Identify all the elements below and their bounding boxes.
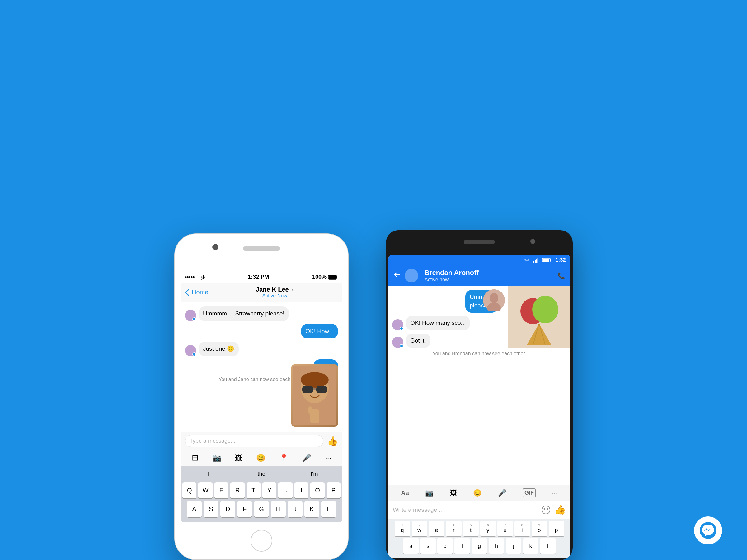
android-key-d[interactable]: d bbox=[437, 538, 453, 554]
android-online-dot-2 bbox=[400, 344, 403, 348]
ios-mic-icon[interactable]: 🎤 bbox=[302, 454, 311, 462]
android-toolbar: Aa 📷 🖼 😊 🎤 GIF ··· bbox=[388, 485, 570, 501]
android-key-s[interactable]: s bbox=[420, 538, 436, 554]
suggestion-the[interactable]: the bbox=[235, 468, 288, 480]
key-F[interactable]: F bbox=[237, 501, 252, 517]
android-key-r[interactable]: 4r bbox=[446, 521, 462, 536]
key-S[interactable]: S bbox=[204, 501, 218, 517]
ios-camera-icon[interactable]: 📷 bbox=[212, 454, 222, 462]
android-thumbs-up[interactable]: 👍 bbox=[554, 504, 566, 516]
android-message-2: OK! How many sco... bbox=[406, 316, 470, 330]
android-key-y[interactable]: 6y bbox=[480, 521, 496, 536]
svg-point-31 bbox=[542, 506, 550, 514]
android-chat-bubble-1: Ummm...please! bbox=[392, 290, 498, 313]
key-U[interactable]: U bbox=[278, 482, 292, 499]
avatar-jane-2 bbox=[185, 345, 196, 356]
android-input-actions: 👍 bbox=[540, 504, 566, 516]
android-key-a[interactable]: a bbox=[403, 538, 419, 554]
android-battery-icon bbox=[542, 258, 552, 263]
android-key-h[interactable]: h bbox=[489, 538, 504, 554]
android-key-k[interactable]: k bbox=[523, 538, 538, 554]
android-text-icon[interactable]: Aa bbox=[401, 489, 409, 497]
ios-nav-bar: Home Jane K Lee › Active Now bbox=[181, 283, 342, 302]
svg-rect-14 bbox=[535, 260, 536, 263]
android-key-j[interactable]: j bbox=[506, 538, 521, 554]
iphone-home-button[interactable] bbox=[251, 530, 272, 552]
android-screen: 1:32 Brendan Aronoff Active now 📞 bbox=[388, 255, 570, 558]
ios-contact-name: Jane K Lee › bbox=[211, 286, 338, 293]
android-more-icon[interactable]: ··· bbox=[552, 489, 558, 497]
android-speaker bbox=[464, 240, 495, 244]
android-input-field[interactable]: Write a message... bbox=[393, 506, 536, 513]
android-online-dot bbox=[400, 327, 403, 330]
key-Y[interactable]: Y bbox=[262, 482, 276, 499]
android-call-icon[interactable]: 📞 bbox=[558, 272, 565, 279]
svg-point-22 bbox=[532, 296, 558, 323]
svg-rect-18 bbox=[550, 259, 551, 261]
ios-input-field[interactable]: Type a message... bbox=[185, 435, 324, 447]
key-K[interactable]: K bbox=[304, 501, 319, 517]
ios-battery: 100% bbox=[312, 274, 338, 280]
message-text-2: OK! How... bbox=[301, 324, 338, 339]
ios-video-person bbox=[291, 364, 338, 427]
iphone-bottom bbox=[175, 522, 348, 559]
android-key-o[interactable]: 9o bbox=[532, 521, 547, 536]
ios-contact-status: Active Now bbox=[211, 293, 338, 299]
key-O[interactable]: O bbox=[310, 482, 324, 499]
key-D[interactable]: D bbox=[221, 501, 235, 517]
android-image-icon[interactable]: 🖼 bbox=[450, 489, 457, 497]
android-key-q[interactable]: 1q bbox=[395, 521, 410, 536]
key-T[interactable]: T bbox=[247, 482, 260, 499]
android-key-w[interactable]: 2w bbox=[412, 521, 427, 536]
ios-back-button[interactable]: Home bbox=[185, 289, 208, 296]
android-key-e[interactable]: 3e bbox=[429, 521, 444, 536]
android-key-i[interactable]: 8i bbox=[515, 521, 530, 536]
android-back-button[interactable] bbox=[393, 271, 401, 280]
ios-more-icon[interactable]: ··· bbox=[325, 454, 331, 462]
android-key-u[interactable]: 7u bbox=[497, 521, 513, 536]
svg-rect-9 bbox=[316, 386, 327, 393]
ios-location-icon[interactable]: 📍 bbox=[279, 454, 288, 462]
android-key-p[interactable]: 0p bbox=[549, 521, 564, 536]
android-camera-icon[interactable]: 📷 bbox=[425, 489, 434, 497]
key-J[interactable]: J bbox=[288, 501, 303, 517]
android-asdf-row: a s d f g h j k l bbox=[390, 538, 568, 554]
key-E[interactable]: E bbox=[214, 482, 229, 499]
key-W[interactable]: W bbox=[198, 482, 212, 499]
android-emoji-icon[interactable]: 😊 bbox=[473, 489, 482, 497]
ios-emoji-grid-icon[interactable]: ⊞ bbox=[192, 453, 199, 463]
android-camera bbox=[531, 239, 535, 244]
messenger-circle bbox=[694, 516, 722, 544]
suggestion-im[interactable]: I'm bbox=[288, 468, 340, 480]
android-sticker-icon[interactable] bbox=[540, 504, 552, 516]
android-key-g[interactable]: g bbox=[471, 538, 487, 554]
message-text-3: Just one 🙂 bbox=[199, 342, 239, 356]
android-gif-icon[interactable]: GIF bbox=[522, 488, 536, 498]
ios-sticker-icon[interactable]: 😊 bbox=[256, 454, 265, 462]
android-key-t[interactable]: 5t bbox=[463, 521, 479, 536]
key-I[interactable]: I bbox=[294, 482, 308, 499]
iphone-camera bbox=[212, 244, 218, 250]
key-R[interactable]: R bbox=[230, 482, 244, 499]
iphone-screen: ••••• 1:32 PM 100% bbox=[181, 271, 342, 522]
key-A[interactable]: A bbox=[187, 501, 202, 517]
android-key-l[interactable]: l bbox=[540, 538, 556, 554]
ios-photo-icon[interactable]: 🖼 bbox=[235, 454, 242, 462]
key-G[interactable]: G bbox=[254, 501, 269, 517]
chat-bubble-2: OK! How... bbox=[185, 324, 338, 339]
ios-signal: ••••• bbox=[185, 274, 205, 280]
suggestion-I[interactable]: I bbox=[182, 468, 235, 480]
ios-thumbs-up[interactable]: 👍 bbox=[327, 436, 338, 446]
ios-chat-area: Ummmm.... Strawberry please! OK! How... … bbox=[181, 302, 342, 432]
svg-rect-16 bbox=[537, 258, 538, 263]
key-P[interactable]: P bbox=[327, 482, 340, 499]
android-mic-icon[interactable]: 🎤 bbox=[498, 489, 507, 497]
android-key-f[interactable]: f bbox=[455, 538, 470, 554]
svg-rect-19 bbox=[542, 259, 549, 262]
android-nav-bar: Brendan Aronoff Active now 📞 bbox=[388, 265, 570, 286]
key-Q[interactable]: Q bbox=[182, 482, 197, 499]
chat-bubble-1: Ummmm.... Strawberry please! bbox=[185, 306, 338, 321]
online-indicator-2 bbox=[192, 352, 196, 356]
key-L[interactable]: L bbox=[321, 501, 336, 517]
key-H[interactable]: H bbox=[271, 501, 286, 517]
